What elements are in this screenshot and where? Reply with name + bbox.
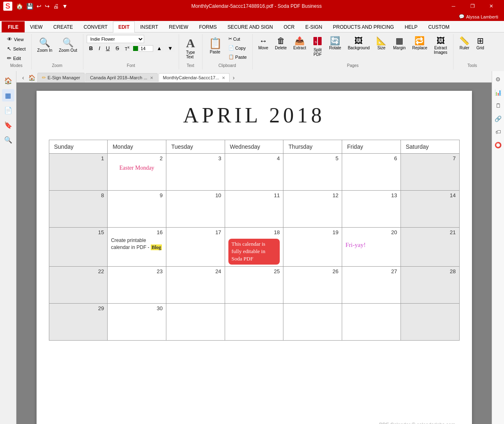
strikethrough-button[interactable]: S xyxy=(113,44,122,52)
zoom-out-button[interactable]: 🔍 Zoom Out xyxy=(56,37,79,54)
zoom-in-button[interactable]: 🔍 Zoom In xyxy=(35,37,55,54)
cut-button[interactable]: ✂ Cut xyxy=(226,35,249,43)
header-wednesday: Wednesday xyxy=(225,140,283,154)
superscript-button[interactable]: Tx xyxy=(122,44,132,52)
move-icon: ↔ xyxy=(259,37,267,45)
tab-help[interactable]: HELP xyxy=(399,21,423,32)
cell-w1-fri: 6 xyxy=(342,154,401,191)
extract-button[interactable]: 📤 Extract xyxy=(291,35,308,52)
sidebar-home-icon[interactable]: 🏠 xyxy=(2,74,14,87)
split-pdf-button[interactable]: S SplitPDF xyxy=(310,35,325,58)
background-icon: 🖼 xyxy=(354,37,363,45)
text-group-label: Text xyxy=(182,62,199,69)
cell-w1-thu: 5 xyxy=(283,154,342,191)
replace-button[interactable]: 🔁 Replace xyxy=(410,35,430,52)
tab-canada-close[interactable]: ✕ xyxy=(150,76,153,80)
grid-button[interactable]: ⊞ Grid xyxy=(473,35,488,52)
tab-monthly-calendar[interactable]: MonthlyCalendar-5accc17... ✕ xyxy=(159,73,230,82)
extract-images-button[interactable]: 🖼 ExtractImages xyxy=(431,35,450,56)
qat-redo[interactable]: ↪ xyxy=(44,2,51,10)
restore-button[interactable]: ❐ xyxy=(463,0,482,12)
rotate-button[interactable]: 🔄 Rotate xyxy=(327,35,343,52)
red-annotation: This calendar is fully editable in Soda … xyxy=(228,239,280,265)
copy-button[interactable]: 📄 Copy xyxy=(226,44,249,52)
tab-products[interactable]: PRODUCTS AND PRICING xyxy=(327,21,399,32)
tab-canada-label: Canada April 2018–March ... xyxy=(90,75,147,80)
paste-small-button[interactable]: 📋 Paste xyxy=(226,53,249,61)
right-sidebar-tag-icon[interactable]: 🏷 xyxy=(493,127,503,137)
cell-w3-sun: 15 xyxy=(49,228,108,267)
tab-custom[interactable]: CUSTOM xyxy=(423,21,455,32)
tab-view[interactable]: VIEW xyxy=(25,21,48,32)
qat-undo[interactable]: ↩ xyxy=(35,2,43,10)
bold-button[interactable]: B xyxy=(87,44,95,52)
right-sidebar-settings-icon[interactable]: ⚙ xyxy=(493,74,503,84)
zoom-in-icon: 🔍 xyxy=(39,38,50,47)
svg-text:S: S xyxy=(315,40,317,44)
underline-button[interactable]: U xyxy=(104,44,112,52)
qat-save[interactable]: 💾 xyxy=(25,2,35,10)
cell-w2-sun: 8 xyxy=(49,191,108,228)
margin-button[interactable]: ▦ Margin xyxy=(391,35,408,52)
minimize-button[interactable]: ─ xyxy=(444,0,463,12)
tab-secure-sign[interactable]: SECURE AND SIGN xyxy=(222,21,278,32)
tab-create[interactable]: CREATE xyxy=(48,21,78,32)
font-selector: Indie Flower xyxy=(87,35,175,43)
font-size-decrease[interactable]: ▼ xyxy=(165,44,175,52)
sidebar-search-icon[interactable]: 🔍 xyxy=(2,134,14,146)
tab-nav-next[interactable]: › xyxy=(230,74,237,82)
ruler-icon: 📏 xyxy=(459,37,469,45)
document-area[interactable]: APRIL 2018 Sunday Monday Tuesday Wednesd… xyxy=(16,83,492,424)
tab-edit[interactable]: EDIT xyxy=(113,21,135,32)
calendar-footer: PDF Calendar © calendarlabs.com xyxy=(379,422,456,424)
qat-dropdown[interactable]: ▼ xyxy=(61,2,69,10)
window-controls: ─ ❐ ✕ xyxy=(444,0,501,12)
font-family-dropdown[interactable]: Indie Flower xyxy=(87,35,144,43)
tab-esign[interactable]: E-SIGN xyxy=(300,21,327,32)
sidebar-thumbnails-icon[interactable]: ▦ xyxy=(2,89,14,101)
move-button[interactable]: ↔ Move xyxy=(256,35,271,52)
tab-ocr[interactable]: OCR xyxy=(278,21,300,32)
background-button[interactable]: 🖼 Background xyxy=(345,35,372,52)
soda-logo: S xyxy=(3,2,12,11)
view-mode-button[interactable]: 👁 View xyxy=(5,35,28,44)
sidebar-bookmarks-icon[interactable]: 🔖 xyxy=(2,119,14,131)
tab-convert[interactable]: CONVERT xyxy=(78,21,113,32)
select-mode-button[interactable]: ↖ Select xyxy=(5,44,28,53)
right-sidebar-analytics-icon[interactable]: 📊 xyxy=(493,88,503,97)
tab-canada-calendar[interactable]: Canada April 2018–March ... ✕ xyxy=(85,73,157,82)
right-sidebar-link-icon[interactable]: 🔗 xyxy=(493,114,503,124)
font-items: Indie Flower B I U S Tx ▲ ▼ xyxy=(87,34,175,62)
italic-button[interactable]: I xyxy=(96,44,103,52)
tab-review[interactable]: REVIEW xyxy=(163,21,193,32)
font-size-increase[interactable]: ▲ xyxy=(154,44,164,52)
font-size-input[interactable] xyxy=(139,45,153,52)
tab-insert[interactable]: INSERT xyxy=(135,21,163,32)
type-text-button[interactable]: A TypeText xyxy=(182,35,199,61)
tab-file[interactable]: FILE xyxy=(2,21,25,32)
paste-button[interactable]: 📋 Paste xyxy=(206,35,225,61)
edit-mode-button[interactable]: ✏ Edit xyxy=(5,54,28,62)
delete-button[interactable]: 🗑 Delete xyxy=(272,35,289,52)
right-sidebar-award-icon[interactable]: ⭕ xyxy=(493,140,503,150)
right-sidebar-notes-icon[interactable]: 🗒 xyxy=(493,101,503,111)
tab-esign-manager[interactable]: ✏ E-Sign Manager xyxy=(37,73,85,82)
size-button[interactable]: 📐 Size xyxy=(374,35,389,52)
clipboard-group-label: Clipboard xyxy=(206,62,249,69)
quick-access-toolbar: 🏠 💾 ↩ ↪ 🖨 ▼ xyxy=(15,2,69,10)
tab-forms[interactable]: FORMS xyxy=(193,21,222,32)
tab-monthly-close[interactable]: ✕ xyxy=(222,76,225,80)
ruler-button[interactable]: 📏 Ruler xyxy=(457,35,472,52)
user-account-button[interactable]: 💬 Alyssa Lamberti xyxy=(456,13,501,20)
tab-esign-label: E-Sign Manager xyxy=(48,75,81,80)
table-row: 1 2 Easter Monday 3 4 5 6 7 xyxy=(49,154,459,191)
qat-print[interactable]: 🖨 xyxy=(52,2,60,10)
tab-home-button[interactable]: 🏠 xyxy=(28,73,37,82)
copy-icon: 📄 xyxy=(228,45,234,51)
paste-small-icon: 📋 xyxy=(228,54,234,60)
sidebar-pages-icon[interactable]: 📄 xyxy=(2,104,14,116)
tab-nav-prev[interactable]: ‹ xyxy=(20,74,27,82)
qat-home[interactable]: 🏠 xyxy=(15,2,24,10)
pages-items: ↔ Move 🗑 Delete 📤 Extract S SplitPDF 🔄 R… xyxy=(256,34,450,62)
close-button[interactable]: ✕ xyxy=(482,0,501,12)
